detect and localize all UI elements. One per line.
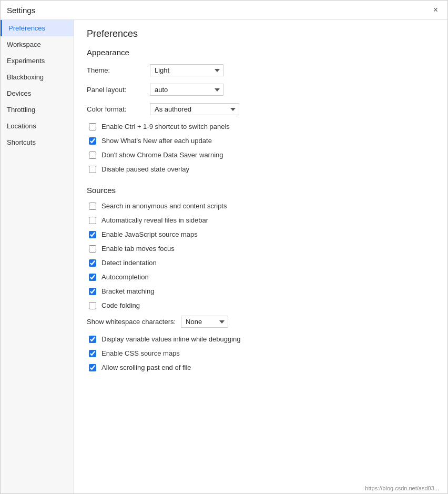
close-button[interactable]: × [430,5,441,15]
checkbox-label-jssourcemaps: Enable JavaScript source maps [101,230,198,238]
checkbox-label-reveal: Automatically reveal files in sidebar [101,216,208,224]
checkbox-label-anon: Search in anonymous and content scripts [101,202,227,210]
checkbox-label-bracket: Bracket matching [101,287,154,295]
checkbox-row-codefolding: Code folding [89,301,435,309]
url-bar: https://blog.csdn.net/asd03... [365,485,439,491]
dialog-body: Preferences Workspace Experiments Blackb… [1,20,447,493]
checkbox-scrollpast[interactable] [89,364,96,371]
dialog-title: Settings [7,6,430,15]
color-format-select[interactable]: As authored HEX RGB HSL [150,103,239,115]
checkbox-row-anon: Search in anonymous and content scripts [89,202,435,210]
checkbox-label-tabmoves: Enable tab moves focus [101,245,175,253]
panel-layout-label: Panel layout: [87,86,150,94]
sidebar-item-locations[interactable]: Locations [1,118,74,134]
titlebar: Settings × [1,1,447,20]
appearance-section: Appearance Theme: Light Dark Panel layou… [87,48,435,173]
checkbox-label-datasaver: Don't show Chrome Data Saver warning [101,151,223,159]
checkbox-csssourcemaps[interactable] [89,350,96,357]
checkbox-row-autocompletion: Autocompletion [89,273,435,281]
checkbox-row-ctrl19: Enable Ctrl + 1-9 shortcut to switch pan… [89,123,435,130]
settings-dialog: Settings × Preferences Workspace Experim… [0,0,448,494]
color-format-row: Color format: As authored HEX RGB HSL [87,103,435,115]
checkbox-row-indent: Detect indentation [89,259,435,267]
panel-layout-row: Panel layout: auto horizontal vertical [87,84,435,96]
checkbox-datasaver[interactable] [89,152,96,159]
sidebar-item-workspace[interactable]: Workspace [1,36,74,53]
checkbox-bracket[interactable] [89,288,96,295]
checkbox-row-jssourcemaps: Enable JavaScript source maps [89,230,435,238]
checkbox-whatsnew[interactable] [89,137,96,145]
checkbox-row-scrollpast: Allow scrolling past end of file [89,364,435,371]
checkbox-row-pausedstate: Disable paused state overlay [89,165,435,173]
checkbox-label-indent: Detect indentation [101,259,157,267]
theme-select[interactable]: Light Dark [150,64,223,76]
whitespace-label: Show whitespace characters: [87,318,176,326]
appearance-title: Appearance [87,48,435,57]
sidebar: Preferences Workspace Experiments Blackb… [1,20,74,493]
checkbox-label-scrollpast: Allow scrolling past end of file [101,364,191,371]
checkbox-label-autocompletion: Autocompletion [101,273,149,281]
checkbox-codefolding[interactable] [89,302,96,309]
checkbox-label-codefolding: Code folding [101,301,140,309]
sidebar-item-shortcuts[interactable]: Shortcuts [1,134,74,150]
whitespace-row: Show whitespace characters: None All Tra… [87,316,435,328]
checkbox-tabmoves[interactable] [89,245,96,253]
checkbox-label-whatsnew: Show What's New after each update [101,137,212,145]
checkbox-anon[interactable] [89,203,96,210]
checkbox-reveal[interactable] [89,217,96,224]
sources-title: Sources [87,186,435,195]
checkbox-label-pausedstate: Disable paused state overlay [101,165,189,173]
sidebar-item-preferences[interactable]: Preferences [1,20,74,36]
checkbox-ctrl19[interactable] [89,123,96,130]
checkbox-label-varinline: Display variable values inline while deb… [101,335,241,343]
checkbox-row-tabmoves: Enable tab moves focus [89,245,435,253]
sidebar-item-blackboxing[interactable]: Blackboxing [1,69,74,85]
checkbox-autocompletion[interactable] [89,274,96,281]
checkbox-varinline[interactable] [89,336,96,343]
sidebar-item-experiments[interactable]: Experiments [1,53,74,69]
content-area: Preferences Appearance Theme: Light Dark… [74,20,447,493]
sidebar-item-devices[interactable]: Devices [1,85,74,102]
color-format-label: Color format: [87,105,150,113]
checkbox-pausedstate[interactable] [89,166,96,173]
theme-row: Theme: Light Dark [87,64,435,76]
theme-label: Theme: [87,66,150,74]
checkbox-row-reveal: Automatically reveal files in sidebar [89,216,435,224]
checkbox-row-csssourcemaps: Enable CSS source maps [89,349,435,357]
sidebar-item-throttling[interactable]: Throttling [1,102,74,118]
checkbox-jssourcemaps[interactable] [89,231,96,238]
checkbox-label-ctrl19: Enable Ctrl + 1-9 shortcut to switch pan… [101,123,230,130]
checkbox-row-bracket: Bracket matching [89,287,435,295]
checkbox-row-varinline: Display variable values inline while deb… [89,335,435,343]
checkbox-label-csssourcemaps: Enable CSS source maps [101,349,180,357]
checkbox-row-whatsnew: Show What's New after each update [89,137,435,145]
sources-section: Sources Search in anonymous and content … [87,186,435,371]
checkbox-row-datasaver: Don't show Chrome Data Saver warning [89,151,435,159]
whitespace-select[interactable]: None All Trailing [181,316,228,328]
page-title: Preferences [87,28,435,39]
checkbox-indent[interactable] [89,259,96,267]
panel-layout-select[interactable]: auto horizontal vertical [150,84,223,96]
